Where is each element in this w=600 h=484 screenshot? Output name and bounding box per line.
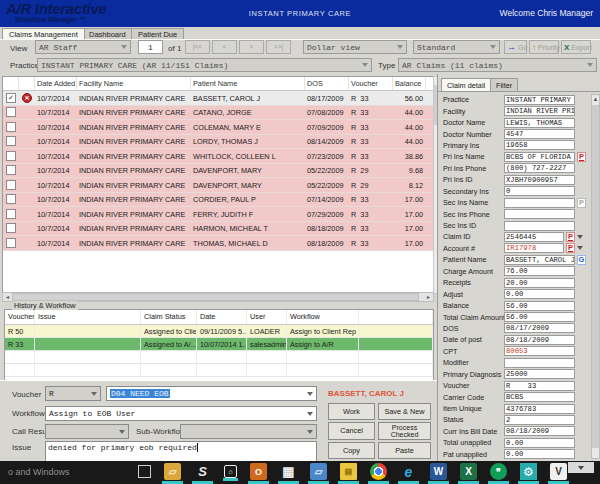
task-view-icon[interactable] [138,465,151,478]
claim-field-value[interactable]: 4376783 [504,404,575,414]
history-col-1[interactable]: Issue [35,310,141,324]
store-icon[interactable]: ⌂ [224,465,237,478]
claim-field-value[interactable]: 76.00 [504,266,575,276]
claim-field-value[interactable]: XJBH70900957 [504,175,575,185]
history-row[interactable]: R 33Assigned to A/...10/07/2014 1...sale… [5,338,433,351]
history-col-3[interactable]: Date [197,310,247,324]
save-new-button[interactable]: Save & New [378,403,431,420]
sub-workflow-select[interactable] [180,424,317,439]
claim-field-value[interactable]: R 33 [504,381,575,391]
claim-field-value[interactable]: INSTANT PRIMARY CARE [504,95,575,105]
claim-field-value[interactable]: 0.00 [504,449,575,459]
checkbox-icon[interactable] [6,165,16,175]
history-col-4[interactable]: User [247,310,287,324]
claim-field-value[interactable] [504,221,575,231]
payer-p-icon[interactable]: P [577,152,586,162]
table-row[interactable]: 10/7/2014INDIAN RIVER PRIMARY CARETHOMAS… [3,236,435,251]
file-explorer-icon[interactable]: ▱ [164,463,181,480]
issue-code-select[interactable]: D04 NEED EOB [106,386,317,401]
claim-field-value[interactable]: 0.00 [504,289,575,299]
col-check[interactable] [3,77,19,90]
table-row[interactable]: 10/7/2014INDIAN RIVER PRIMARY CARECOLEMA… [3,120,435,135]
col-patient[interactable]: Patient Name [191,77,305,90]
pager-nav-button-3[interactable]: >>| [266,40,291,54]
outlook-icon[interactable]: O [250,463,267,480]
process-checked-button[interactable]: Process Checked [378,422,431,440]
excel-icon[interactable]: X [460,463,477,480]
claim-field-value[interactable]: 0 [504,186,575,196]
voucher-select[interactable]: R [45,386,101,401]
call-result-select[interactable] [45,424,129,439]
claim-field-value[interactable]: 2 [504,415,575,425]
checkbox-icon[interactable] [6,122,16,132]
checkbox-icon[interactable] [6,223,16,233]
work-button[interactable]: Work [328,403,375,420]
tab-claims-management[interactable]: Claims Management [2,28,85,39]
col-date-added[interactable]: Date Added... [35,77,77,90]
checkbox-icon[interactable] [6,238,16,248]
workflow-select[interactable]: Assign to EOB User [45,406,317,421]
col-balance[interactable]: Balance [393,77,426,90]
scroll-up-arrow-icon[interactable]: ▲ [592,95,599,104]
claim-field-value[interactable]: 2546445 [504,232,564,242]
claim-field-value[interactable]: BASSETT, CAROL J [504,255,575,265]
settings-gear-icon[interactable]: ⚙ [520,463,537,480]
pager-nav-button-0[interactable]: |<< [185,40,210,54]
sticky-notes-icon[interactable]: ▤ [340,463,357,480]
priority-button[interactable]: ↑Priority [529,40,559,54]
view-select[interactable]: AR Staff [35,40,131,54]
history-row[interactable]: R 50Assigned to Clie...09/11/2009 5...LO… [5,325,433,338]
claim-field-value[interactable]: 08/18/2009 [504,335,575,345]
table-row[interactable]: 10/7/2014INDIAN RIVER PRIMARY CAREHARMON… [3,222,435,237]
table-row[interactable]: 10/7/2014INDIAN RIVER PRIMARY CAREFERRY,… [3,207,435,222]
claim-field-value[interactable]: BCBS [504,392,575,402]
table-row[interactable]: 10/7/2014INDIAN RIVER PRIMARY CAREDAVENP… [3,178,435,193]
tab-filter[interactable]: Filter [490,78,518,91]
payer-p-icon[interactable]: P [566,232,575,242]
col-voucher[interactable]: Voucher [349,77,393,90]
claim-field-value[interactable]: 20.00 [504,278,575,288]
claim-field-value[interactable]: LEWIS, THOMAS [504,118,575,128]
scroll-left-arrow-icon[interactable]: ◂ [3,293,12,301]
checkbox-icon[interactable] [6,107,16,117]
checkbox-icon[interactable] [6,180,16,190]
layout-select[interactable]: Standard [413,40,500,54]
claim-field-value[interactable]: (800) 727-2227 [504,163,575,173]
dollar-view-select[interactable]: Dollar view [303,40,407,54]
google-search-icon[interactable]: G [577,255,586,265]
claim-field-value[interactable]: 56.00 [504,312,575,322]
claim-field-value[interactable]: 08/18/2009 [504,426,575,436]
table-row[interactable]: ✓✕10/7/2014INDIAN RIVER PRIMARY CAREBASS… [3,91,435,106]
checkbox-icon[interactable] [6,209,16,219]
table-row[interactable]: 10/7/2014INDIAN RIVER PRIMARY CARELORDY,… [3,135,435,150]
claim-field-value[interactable]: INDIAN RIVER PRIMARY CARE [504,106,575,116]
claim-field-value[interactable]: 4547 [504,129,575,139]
internet-explorer-icon[interactable]: e [400,463,417,480]
claim-field-value[interactable]: 25000 [504,369,575,379]
col-dos[interactable]: DOS [305,77,349,90]
table-row[interactable]: 10/7/2014INDIAN RIVER PRIMARY CAREDAVENP… [3,164,435,179]
table-row[interactable]: 10/7/2014INDIAN RIVER PRIMARY CAREWHITLO… [3,149,435,164]
history-col-2[interactable]: Claim Status [141,310,197,324]
scrollbar-thumb[interactable] [12,293,419,301]
claim-field-value[interactable] [504,358,575,368]
payer-p-icon-disabled[interactable]: P [577,198,586,208]
type-select[interactable]: AR Claims (11 claims) [398,58,597,72]
cancel-button[interactable]: Cancel [328,422,375,440]
calculator-icon[interactable]: ▦ [280,463,297,480]
pager-nav-button-1[interactable]: < [212,40,237,54]
export-button[interactable]: XExport [561,40,591,54]
paste-button[interactable]: Paste [378,442,431,459]
panel-overflow-chevron[interactable] [568,462,594,473]
hangouts-icon[interactable]: ❞ [490,463,507,480]
pager-nav-button-2[interactable]: > [239,40,264,54]
history-col-0[interactable]: Voucher [5,310,35,324]
tab-patient-due[interactable]: Patient Due [131,28,184,39]
scrollbar-thumb[interactable] [592,105,599,448]
table-row[interactable]: 10/7/2014INDIAN RIVER PRIMARY CARECORDIE… [3,193,435,208]
checkbox-icon[interactable] [6,194,16,204]
chrome-icon[interactable] [370,463,387,480]
go-button[interactable]: →Go [504,40,527,54]
table-row[interactable]: 10/7/2014INDIAN RIVER PRIMARY CARECATANO… [3,106,435,121]
claim-detail-scrollbar[interactable]: ▲ [591,94,600,459]
